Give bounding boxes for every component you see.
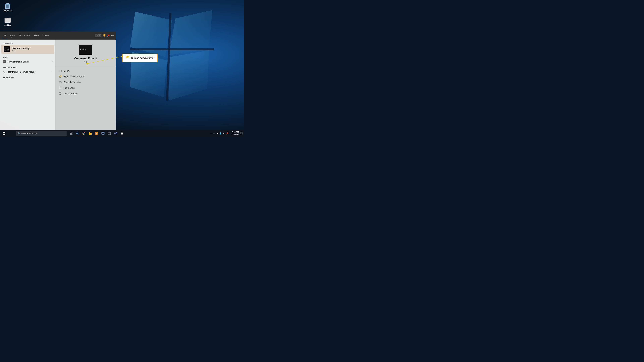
svg-text:HP: HP	[3, 61, 5, 63]
svg-point-55	[115, 133, 116, 134]
apps-section-label: Apps	[0, 55, 55, 59]
tab-apps[interactable]: Apps	[8, 33, 17, 38]
svg-rect-8	[6, 3, 9, 4]
notification-icon[interactable]	[240, 132, 242, 135]
right-pane-subtitle: App	[84, 60, 87, 63]
svg-rect-14	[4, 18, 7, 19]
ctx-pin-start-label: Pin to Start	[64, 87, 74, 89]
desktop-icon-recycle-bin[interactable]: Recycle Bin	[2, 2, 14, 12]
calendar-button[interactable]	[106, 130, 112, 137]
best-match-label: Best match	[0, 41, 55, 45]
up-arrow-tray-icon[interactable]: ∧	[210, 132, 212, 135]
cmd-icon-small: C:\>_	[4, 46, 10, 52]
svg-rect-38	[4, 132, 5, 133]
tab-all[interactable]: All	[2, 33, 8, 38]
svg-rect-13	[4, 18, 10, 23]
open-icon	[59, 69, 62, 72]
web-search-item[interactable]: command - See web results ›	[0, 69, 55, 74]
taskbar: 🔍 command Prompt	[0, 130, 244, 137]
cloud-tray-icon[interactable]: ☁	[216, 132, 218, 135]
svg-line-20	[5, 72, 6, 73]
ctx-open[interactable]: Open	[55, 68, 116, 73]
discord-button[interactable]	[113, 130, 119, 137]
run-as-admin-icon	[59, 75, 62, 78]
desktop: Recycle Bin desktop All Apps Documents W…	[0, 0, 244, 137]
recycle-bin-icon	[4, 2, 11, 9]
callout-text: Run as administrator	[131, 56, 154, 59]
desktop-folder-label: desktop	[4, 24, 11, 26]
taskbar-center-icons	[68, 130, 125, 137]
taskbar-search-bar[interactable]: 🔍 command Prompt	[16, 131, 67, 136]
desktop-icon-desktop[interactable]: desktop	[2, 16, 14, 27]
tab-documents[interactable]: Documents	[18, 33, 32, 38]
right-pane-title: Command Prompt	[74, 57, 97, 60]
svg-rect-48	[89, 132, 90, 133]
ctx-pin-start[interactable]: Pin to Start	[55, 85, 116, 91]
start-menu-panel: All Apps Documents Web More ▾ 4534 🏆 📌 •…	[0, 31, 116, 130]
sublime-text-button[interactable]	[94, 130, 100, 137]
game-button[interactable]	[119, 130, 125, 137]
ctx-run-as-admin[interactable]: Run as administrator	[55, 73, 116, 79]
left-pane: Best match C:\>_ Command Prompt App	[0, 39, 55, 130]
settings-section-label: Settings (7+)	[0, 75, 55, 79]
ctx-open-location[interactable]: Open file location	[55, 79, 116, 85]
svg-rect-44	[71, 134, 72, 135]
task-view-button[interactable]	[68, 130, 74, 137]
taskbar-search-placeholder: Prompt	[30, 132, 37, 135]
best-match-item[interactable]: C:\>_ Command Prompt App	[1, 45, 54, 54]
svg-rect-53	[109, 132, 109, 133]
svg-rect-51	[108, 132, 110, 135]
hp-cmd-text: HP Command Center	[8, 60, 50, 63]
mail-button[interactable]	[100, 130, 106, 137]
pin-tray-icon[interactable]: 📌	[226, 132, 228, 135]
network-tray-icon[interactable]	[213, 132, 215, 135]
pin-start-icon	[59, 86, 62, 89]
svg-point-19	[3, 71, 5, 72]
tab-more[interactable]: More ▾	[41, 33, 51, 38]
web-search-text: command - See web results	[8, 70, 50, 73]
svg-rect-41	[70, 132, 71, 133]
ctx-pin-taskbar[interactable]: Pin to taskbar	[55, 91, 116, 96]
edge-browser-button[interactable]	[74, 130, 80, 137]
hp-command-center-item[interactable]: HP HP Command Center ›	[0, 59, 55, 64]
system-clock[interactable]: 3:33 PM 1/12/2021	[230, 131, 239, 136]
right-pane-title-bold: Command	[74, 57, 88, 60]
best-match-title-bold: Command	[12, 47, 22, 50]
ctx-location-label: Open file location	[64, 81, 80, 83]
svg-rect-39	[3, 134, 4, 135]
right-pane: C:\>_ Command Prompt App	[55, 39, 116, 130]
svg-rect-40	[4, 134, 5, 135]
trophy-icon: 🏆	[103, 34, 106, 37]
search-tabs-bar: All Apps Documents Web More ▾ 4534 🏆 📌 •…	[0, 31, 116, 39]
callout-shield-icon	[126, 56, 130, 60]
svg-point-60	[214, 134, 214, 134]
svg-rect-37	[3, 132, 4, 133]
right-pane-title-plain: Prompt	[88, 57, 97, 60]
cmd-icon-large: C:\>_	[79, 44, 92, 55]
svg-rect-62	[240, 132, 242, 134]
pin-tab-icon[interactable]: 📌	[107, 34, 110, 37]
svg-rect-34	[126, 57, 128, 58]
system-tray: ∧ ☁ 💧 📌	[210, 131, 244, 136]
svg-rect-25	[59, 76, 60, 77]
volume-tray-icon[interactable]	[223, 132, 225, 135]
web-search-icon	[3, 70, 6, 73]
callout-box: Run as administrator	[122, 54, 158, 62]
chrome-button[interactable]	[81, 130, 87, 137]
more-options-icon[interactable]: •••	[111, 34, 114, 37]
ctx-open-label: Open	[64, 69, 69, 72]
best-match-subtitle: App	[12, 50, 30, 52]
clock-time: 3:33 PM	[230, 131, 239, 133]
taskbar-search-text: command	[22, 132, 30, 135]
taskbar-search-icon: 🔍	[18, 132, 20, 135]
desktop-folder-icon	[4, 16, 11, 23]
web-search-arrow: ›	[52, 70, 53, 73]
dropbox-tray-icon[interactable]: 💧	[219, 132, 222, 135]
tab-web[interactable]: Web	[32, 33, 40, 38]
best-match-text: Command Prompt App	[12, 47, 30, 52]
svg-rect-54	[110, 132, 110, 133]
ctx-pin-taskbar-label: Pin to taskbar	[64, 92, 77, 95]
file-explorer-button[interactable]	[87, 130, 93, 137]
search-body: Best match C:\>_ Command Prompt App	[0, 39, 116, 130]
start-button[interactable]	[0, 130, 8, 137]
